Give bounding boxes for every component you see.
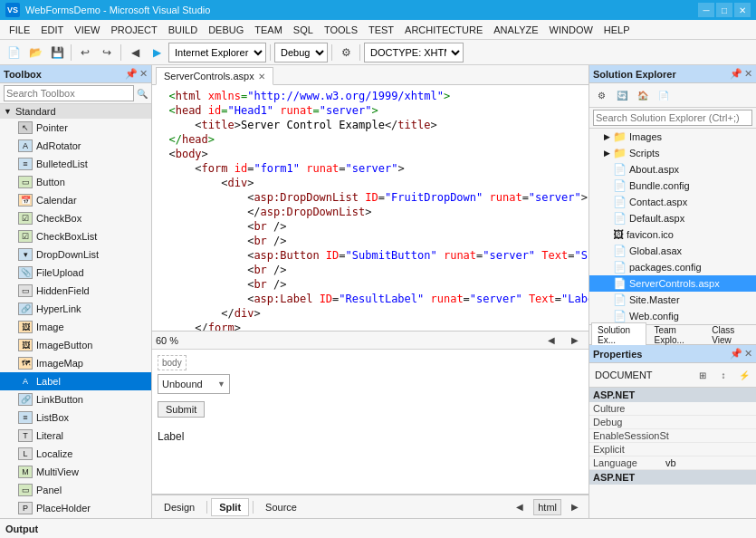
menu-architecture[interactable]: ARCHITECTURE xyxy=(399,23,488,37)
menu-file[interactable]: FILE xyxy=(4,23,35,37)
menu-view[interactable]: VIEW xyxy=(69,23,105,37)
se-pin-button[interactable]: 📌 xyxy=(730,68,742,80)
doctype-select[interactable]: DOCTYPE: XHTML5 xyxy=(364,43,464,62)
zoom-controls[interactable]: ◀ xyxy=(541,331,561,351)
prop-row-culture[interactable]: Culture xyxy=(589,402,756,416)
menu-tools[interactable]: TOOLS xyxy=(319,23,363,37)
toolbox-item-fileupload[interactable]: 📎 FileUpload xyxy=(0,264,151,282)
toolbox-item-pointer[interactable]: ↖ Pointer xyxy=(0,119,151,137)
tree-item-sitemaster[interactable]: 📄 Site.Master xyxy=(589,292,756,308)
browser-select[interactable]: Internet Explorer xyxy=(168,43,266,62)
prop-row-enablesession[interactable]: EnableSessionSt xyxy=(589,429,756,443)
se-tab-solution-explorer[interactable]: Solution Ex... xyxy=(591,322,646,348)
tree-item-images[interactable]: ▶ 📁 Images xyxy=(589,129,756,145)
toolbox-item-panel[interactable]: ▭ Panel xyxy=(0,481,151,499)
toolbox-item-checkboxlist[interactable]: ☑ CheckBoxList xyxy=(0,227,151,245)
code-editor[interactable]: <html xmlns="http://www.w3.org/1999/xhtm… xyxy=(152,85,589,331)
close-button[interactable]: ✕ xyxy=(734,3,751,17)
prop-events-button[interactable]: ⚡ xyxy=(734,365,754,385)
restore-button[interactable]: □ xyxy=(716,3,732,17)
minimize-button[interactable]: ─ xyxy=(698,3,714,17)
menu-build[interactable]: BUILD xyxy=(163,23,203,37)
tree-item-scripts[interactable]: ▶ 📁 Scripts xyxy=(589,145,756,161)
back-button[interactable]: ◀ xyxy=(125,43,145,62)
toolbox-item-hyperlink[interactable]: 🔗 HyperLink xyxy=(0,300,151,318)
prop-row-explicit[interactable]: Explicit xyxy=(589,443,756,456)
search-toolbox-input[interactable] xyxy=(4,85,134,101)
toolbox-item-radiobutton[interactable]: ◉ RadioButton xyxy=(0,517,151,518)
tree-item-bundleconfig[interactable]: 📄 Bundle.config xyxy=(589,178,756,194)
toolbox-item-image[interactable]: 🖼 Image xyxy=(0,318,151,336)
prop-row-language[interactable]: Language vb xyxy=(589,456,756,470)
html-path-item[interactable]: html xyxy=(533,499,561,515)
html-nav-next[interactable]: ▶ xyxy=(565,497,585,517)
menu-project[interactable]: PROJECT xyxy=(105,23,162,37)
se-new-button[interactable]: 📄 xyxy=(654,85,674,105)
toolbox-item-linkbutton[interactable]: 🔗 LinkButton xyxy=(0,390,151,408)
menu-window[interactable]: WINDOW xyxy=(544,23,598,37)
toolbox-item-localize[interactable]: L Localize xyxy=(0,445,151,463)
tree-item-default[interactable]: 📄 Default.aspx xyxy=(589,210,756,226)
prop-alphabetical-button[interactable]: ↕ xyxy=(713,365,733,385)
se-properties-button[interactable]: ⚙ xyxy=(591,85,611,105)
prop-row-debug[interactable]: Debug xyxy=(589,416,756,429)
editor-tab-servercontrols[interactable]: ServerControls.aspx ✕ xyxy=(156,67,273,85)
toolbox-item-imagemap[interactable]: 🗺 ImageMap xyxy=(0,354,151,372)
menu-test[interactable]: TEST xyxy=(363,23,399,37)
prop-close-button[interactable]: ✕ xyxy=(744,348,752,360)
se-tab-class-view[interactable]: Class View xyxy=(705,322,754,348)
menu-edit[interactable]: EDIT xyxy=(35,23,69,37)
toolbox-item-imagebutton[interactable]: 🖼 ImageButton xyxy=(0,336,151,354)
menu-debug[interactable]: DEBUG xyxy=(203,23,249,37)
toolbox-close-button[interactable]: ✕ xyxy=(139,68,148,80)
window-controls[interactable]: ─ □ ✕ xyxy=(698,3,751,17)
tree-item-about[interactable]: 📄 About.aspx xyxy=(589,161,756,178)
search-icon[interactable]: 🔍 xyxy=(136,86,148,101)
design-submit-button[interactable]: Submit xyxy=(158,401,205,418)
toolbox-item-button[interactable]: ▭ Button xyxy=(0,173,151,191)
design-dropdown[interactable]: Unbound ▼ xyxy=(158,374,230,394)
toolbox-item-calendar[interactable]: 📅 Calendar xyxy=(0,191,151,209)
toolbox-item-checkbox[interactable]: ☑ CheckBox xyxy=(0,209,151,227)
tree-item-contact[interactable]: 📄 Contact.aspx xyxy=(589,194,756,210)
new-project-button[interactable]: 📄 xyxy=(4,43,24,62)
tab-close-button[interactable]: ✕ xyxy=(258,72,265,82)
redo-button[interactable]: ↪ xyxy=(97,43,117,62)
prop-pin-button[interactable]: 📌 xyxy=(730,348,742,360)
toolbox-pin-button[interactable]: 📌 xyxy=(125,68,138,80)
tree-item-servercontrols[interactable]: 📄 ServerControls.aspx xyxy=(589,275,756,292)
toolbox-item-hiddenfield[interactable]: ▭ HiddenField xyxy=(0,282,151,300)
se-home-button[interactable]: 🏠 xyxy=(633,85,653,105)
zoom-right[interactable]: ▶ xyxy=(565,331,585,351)
toolbox-item-placeholder[interactable]: P PlaceHolder xyxy=(0,499,151,517)
save-button[interactable]: 💾 xyxy=(47,43,67,62)
tree-item-favicon[interactable]: 🖼 favicon.ico xyxy=(589,226,756,243)
source-tab[interactable]: Source xyxy=(257,498,305,516)
se-close-button[interactable]: ✕ xyxy=(744,68,752,80)
toolbox-item-listbox[interactable]: ≡ ListBox xyxy=(0,408,151,427)
prop-categorized-button[interactable]: ⊞ xyxy=(693,365,713,385)
play-button[interactable]: ▶ xyxy=(147,43,167,62)
toolbox-category-standard[interactable]: ▼ Standard xyxy=(0,104,151,119)
menu-sql[interactable]: SQL xyxy=(288,23,319,37)
tree-item-packages[interactable]: 📄 packages.config xyxy=(589,259,756,275)
config-select[interactable]: Debug xyxy=(274,43,328,62)
toolbox-item-dropdownlist[interactable]: ▾ DropDownList xyxy=(0,245,151,264)
split-tab[interactable]: Split xyxy=(211,498,249,516)
tree-item-global[interactable]: 📄 Global.asax xyxy=(589,243,756,259)
se-tab-team-explorer[interactable]: Team Explo... xyxy=(647,322,704,348)
attach-button[interactable]: ⚙ xyxy=(336,43,356,62)
toolbox-item-bulletedlist[interactable]: ≡ BulletedList xyxy=(0,155,151,173)
open-button[interactable]: 📂 xyxy=(25,43,45,62)
design-tab[interactable]: Design xyxy=(156,498,203,516)
se-refresh-button[interactable]: 🔄 xyxy=(612,85,632,105)
html-nav-prev[interactable]: ◀ xyxy=(510,497,530,517)
toolbox-item-multiview[interactable]: M MultiView xyxy=(0,463,151,481)
menu-team[interactable]: TEAM xyxy=(249,23,288,37)
menu-help[interactable]: HELP xyxy=(598,23,636,37)
toolbox-item-label[interactable]: A Label xyxy=(0,372,151,390)
menu-analyze[interactable]: ANALYZE xyxy=(488,23,543,37)
undo-button[interactable]: ↩ xyxy=(75,43,95,62)
toolbox-item-literal[interactable]: T Literal xyxy=(0,427,151,445)
search-solution-explorer-input[interactable] xyxy=(593,110,752,126)
